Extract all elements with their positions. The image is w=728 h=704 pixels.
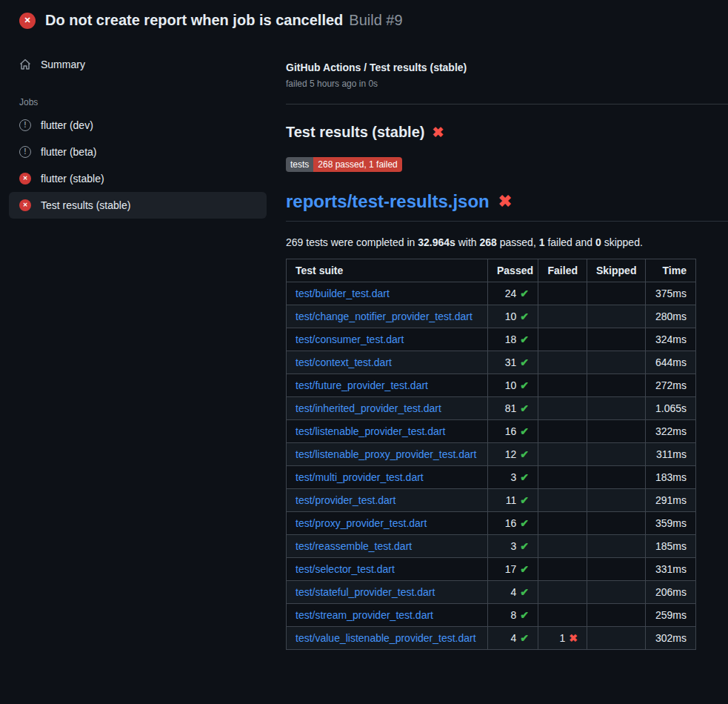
count-value: 81 <box>505 402 517 414</box>
test-suite-cell: test/stateful_provider_test.dart <box>287 581 488 604</box>
time-cell: 280ms <box>646 305 696 328</box>
test-suite-link[interactable]: test/builder_test.dart <box>295 288 390 299</box>
count-value: 31 <box>505 356 517 368</box>
test-suite-link[interactable]: test/proxy_provider_test.dart <box>295 517 427 529</box>
passed-cell: 31✔ <box>488 351 538 374</box>
skipped-cell <box>587 397 646 420</box>
passed-cell: 8✔ <box>488 604 538 627</box>
table-row: test/value_listenable_provider_test.dart… <box>287 627 696 650</box>
divider <box>286 104 728 104</box>
col-header-test-suite: Test suite <box>287 259 488 282</box>
table-row: test/builder_test.dart24✔375ms <box>287 282 696 305</box>
count-value: 24 <box>505 288 517 299</box>
passed-cell: 10✔ <box>488 374 538 397</box>
test-suite-link[interactable]: test/listenable_provider_test.dart <box>295 425 445 437</box>
passed-cell: 16✔ <box>488 420 538 443</box>
test-suite-link[interactable]: test/listenable_proxy_provider_test.dart <box>295 448 476 460</box>
count-value: 8 <box>510 609 516 621</box>
summary-line: 269 tests were completed in 32.964s with… <box>286 236 728 248</box>
test-suite-link[interactable]: test/future_provider_test.dart <box>295 379 428 391</box>
summary-text: passed, <box>497 236 539 248</box>
failed-cell <box>538 466 587 489</box>
passed-cell: 16✔ <box>488 512 538 535</box>
passed-cell: 12✔ <box>488 443 538 466</box>
table-row: test/future_provider_test.dart10✔272ms <box>287 374 696 397</box>
sidebar-item-label: Summary <box>41 59 85 70</box>
test-suite-link[interactable]: test/provider_test.dart <box>295 494 395 506</box>
failed-cell <box>538 397 587 420</box>
table-row: test/listenable_proxy_provider_test.dart… <box>287 443 696 466</box>
test-suite-link[interactable]: test/inherited_provider_test.dart <box>295 402 441 414</box>
tests-badge: tests 268 passed, 1 failed <box>286 157 402 172</box>
passed-cell: 3✔ <box>488 466 538 489</box>
skipped-cell <box>587 604 646 627</box>
passed-cell: 3✔ <box>488 535 538 558</box>
test-suite-link[interactable]: test/stateful_provider_test.dart <box>295 586 435 598</box>
summary-text: failed and <box>545 236 596 248</box>
test-suite-link[interactable]: test/reassemble_test.dart <box>295 540 412 552</box>
skipped-cell <box>587 420 646 443</box>
check-icon: ✔ <box>520 311 529 322</box>
test-suite-cell: test/listenable_proxy_provider_test.dart <box>287 443 488 466</box>
count-value: 16 <box>505 425 517 437</box>
failed-cell <box>538 535 587 558</box>
time-cell: 322ms <box>646 420 696 443</box>
skipped-cell <box>587 282 646 305</box>
passed-cell: 10✔ <box>488 305 538 328</box>
count-value: 18 <box>505 333 517 345</box>
test-suite-link[interactable]: test/value_listenable_provider_test.dart <box>295 632 476 644</box>
skipped-cell <box>587 374 646 397</box>
test-suite-cell: test/inherited_provider_test.dart <box>287 397 488 420</box>
time-cell: 291ms <box>646 489 696 512</box>
skipped-cell <box>587 351 646 374</box>
test-suite-cell: test/reassemble_test.dart <box>287 535 488 558</box>
count-value: 3 <box>510 471 516 483</box>
table-row: test/proxy_provider_test.dart16✔359ms <box>287 512 696 535</box>
sidebar-item-label: Test results (stable) <box>41 199 130 211</box>
col-header-skipped: Skipped <box>587 259 646 282</box>
failed-status-icon: ✕ <box>19 173 31 185</box>
check-icon: ✔ <box>520 425 529 437</box>
results-table-body: test/builder_test.dart24✔375mstest/chang… <box>287 282 696 650</box>
time-cell: 311ms <box>646 443 696 466</box>
failed-cell <box>538 328 587 351</box>
test-suite-link[interactable]: test/context_test.dart <box>295 356 392 368</box>
summary-text: skipped. <box>601 236 643 248</box>
sidebar-item-flutter-stable[interactable]: ✕ flutter (stable) <box>9 165 267 192</box>
time-cell: 324ms <box>646 328 696 351</box>
skipped-cell <box>587 627 646 650</box>
summary-text: 269 tests were completed in <box>286 236 418 248</box>
test-suite-cell: test/consumer_test.dart <box>287 328 488 351</box>
sidebar-item-flutter-dev[interactable]: ! flutter (dev) <box>9 112 267 139</box>
check-icon: ✔ <box>520 402 529 414</box>
count-value: 3 <box>510 540 516 552</box>
summary-duration: 32.964s <box>418 236 455 248</box>
sidebar-item-test-results-stable[interactable]: ✕ Test results (stable) <box>9 192 267 219</box>
test-suite-link[interactable]: test/multi_provider_test.dart <box>295 471 424 483</box>
skipped-cell <box>587 581 646 604</box>
count-value: 1 <box>559 632 565 644</box>
col-header-time: Time <box>646 259 696 282</box>
sidebar-item-summary[interactable]: Summary <box>9 51 267 78</box>
check-icon: ✔ <box>520 356 529 368</box>
table-row: test/inherited_provider_test.dart81✔1.06… <box>287 397 696 420</box>
failed-cell <box>538 351 587 374</box>
test-suite-cell: test/selector_test.dart <box>287 558 488 581</box>
test-suite-link[interactable]: test/selector_test.dart <box>295 563 395 575</box>
failed-cell <box>538 420 587 443</box>
check-icon: ✔ <box>520 540 529 552</box>
sidebar-item-flutter-beta[interactable]: ! flutter (beta) <box>9 139 267 165</box>
report-link[interactable]: reports/test-results.json <box>286 191 490 212</box>
test-suite-link[interactable]: test/consumer_test.dart <box>295 333 404 345</box>
section-title: Test results (stable) <box>286 124 424 141</box>
test-suite-link[interactable]: test/change_notifier_provider_test.dart <box>295 311 472 322</box>
test-suite-link[interactable]: test/stream_provider_test.dart <box>295 609 433 621</box>
failed-cell <box>538 512 587 535</box>
table-row: test/stream_provider_test.dart8✔259ms <box>287 604 696 627</box>
sidebar-item-label: flutter (beta) <box>41 146 96 158</box>
failed-cell <box>538 581 587 604</box>
jobs-heading: Jobs <box>9 97 267 107</box>
test-suite-cell: test/listenable_provider_test.dart <box>287 420 488 443</box>
check-icon: ✔ <box>520 632 529 644</box>
failed-cross-icon: ✖ <box>498 193 512 210</box>
